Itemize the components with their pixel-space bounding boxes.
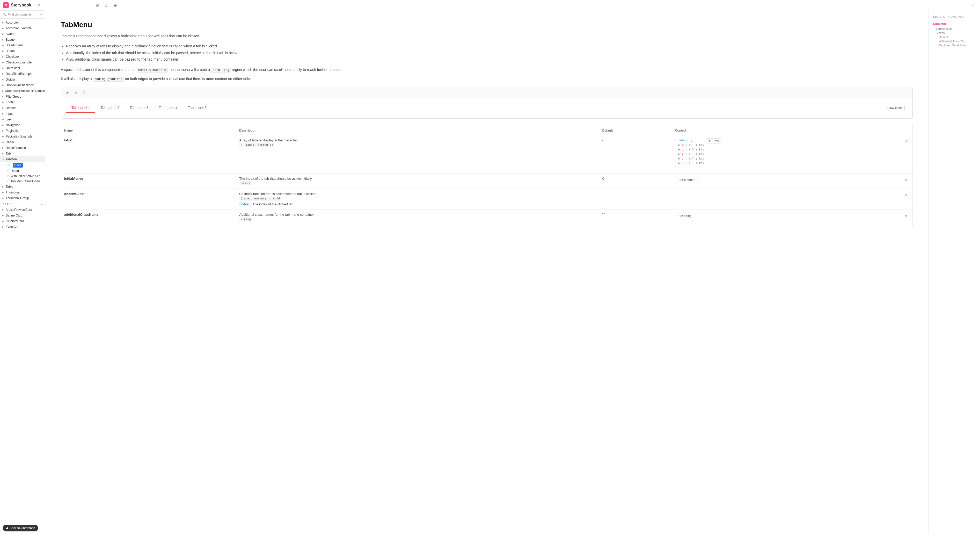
sidebar-item-thumbnail-group[interactable]: ▶ ThumbnailGroup [0,195,45,201]
toc-item-tabmenu[interactable]: TabMenu [932,21,976,27]
prop-default-tabs: - [602,138,603,142]
sidebar-item-link[interactable]: ▶ Link [0,116,45,122]
sidebar-item-divider[interactable]: ▶ Divider [0,77,45,82]
sidebar-sub-docs-label[interactable]: Docs [13,163,23,167]
prop-name-tabs: tabs* [64,138,233,142]
zoom-in-button[interactable]: ⊕ [64,89,70,96]
tab-item-1[interactable]: Tab Label 1 [66,103,95,113]
sidebar-item-tab[interactable]: ▶ Tab [0,151,45,156]
reset-button-additionalclassname[interactable]: ↺ [903,213,909,219]
sidebar-item-checkbox[interactable]: ▶ Checkbox [0,54,45,59]
toc-item-default[interactable]: Default [932,35,976,39]
toolbar-layout-btn[interactable]: ▣ [111,2,119,9]
sidebar-item-navigation[interactable]: ▶ Navigation [0,122,45,128]
sidebar-item-dateslider[interactable]: ▶ DateSlider [0,65,45,71]
props-table: Name Description Default Control [61,126,912,225]
sidebar-item-article-preview-card[interactable]: ▶ ArticlePreviewCard [0,207,45,213]
preview-content: Tab Label 1 Tab Label 2 Tab Label 3 Tab … [61,98,912,118]
doc-para-2: It will also display a fading gradient o… [61,76,913,82]
sidebar-item-tabmenu[interactable]: ▼ TabMenu [0,156,45,162]
sidebar-sub-small-view[interactable]: ◻ Tab Menu Small View [0,179,45,184]
sidebar-item-breadcrumb[interactable]: ▶ Breadcrumb [0,43,45,48]
back-to-chromatic-button[interactable]: ◀ Back to Chromatic [3,525,38,531]
show-code-button[interactable]: Show code [884,105,905,111]
index-tag: index [239,202,250,206]
sidebar-item-dateslider-example[interactable]: ▶ DateSliderExample [0,71,45,77]
code-scrolling: scrolling [211,68,231,73]
reset-button-onitemclick[interactable]: ↺ [903,192,909,198]
sidebar-item-club-info-card[interactable]: ▶ ClubInfoCard [0,218,45,224]
sidebar-sub-docs[interactable]: 📄 Docs [0,162,45,168]
sidebar-item-accordion-example[interactable]: ▶ AccordionExample [0,26,45,31]
zoom-out-button[interactable]: ⊖ [73,89,79,96]
expand-icon: ▶ [2,152,5,155]
sidebar-item-thumbnail[interactable]: ▶ Thumbnail [0,190,45,195]
prop-name-onitemclick: onItemClick* [64,192,233,196]
expand-icon: ▶ [2,95,5,98]
eye-icon: 👁 [708,139,711,142]
sidebar-item-input[interactable]: ▶ Input [0,111,45,116]
tab-item-3[interactable]: Tab Label 3 [124,103,153,113]
doc-description: Tab menu component that displays a horiz… [61,33,913,39]
story-icon: ◻ [7,170,9,172]
sidebar-item-checkbox-example[interactable]: ▶ CheckboxExample [0,59,45,65]
bullet-1: Receives an array of tabs to display and… [66,43,913,49]
bullet-3: Also, additional class names can be pass… [66,56,913,63]
sidebar-item-banner-card[interactable]: ▶ BannerCard [0,213,45,218]
prop-type-additionalclassname: string [239,217,252,222]
sidebar-item-dropdown-checkbox[interactable]: ▶ DropdownCheckbox [0,82,45,88]
sidebar-item-radio-example[interactable]: ▶ RadioExample [0,145,45,151]
toolbar-grid-btn[interactable]: ⊞ [94,2,101,9]
toolbar-grid2-btn[interactable]: ⊡ [102,2,110,9]
search-input[interactable] [8,13,38,16]
set-number-button[interactable]: Set number [675,177,698,183]
tab-item-5[interactable]: Tab Label 5 [183,103,212,113]
sidebar-sub-with-initial[interactable]: ◻ With Initial Active Set [0,174,45,179]
edit-icon[interactable]: ✏ [40,13,43,16]
toolbar-expand-btn[interactable]: ⤢ [970,2,977,9]
sidebar-item-filtergroup[interactable]: ▶ FilterGroup [0,94,45,99]
expand-icon: ▶ [2,89,4,92]
expand-icon: ▶ [2,220,5,222]
story-icon: ◻ [7,180,9,183]
required-star: * [71,138,73,142]
raw-button[interactable]: 👁 RAW [706,138,721,143]
zoom-reset-button[interactable]: ↺ [81,89,87,96]
tab-item-4[interactable]: Tab Label 4 [153,103,183,113]
sidebar-item-header[interactable]: ▶ Header [0,105,45,111]
prop-control-onitemclick: - [675,192,676,196]
expand-icon: ▶ [2,44,5,46]
sidebar: S Storybook ⚙ 🔍 ✏ ▶ Accordion ▶ Accordio… [0,0,45,534]
sidebar-item-avatar[interactable]: ▶ Avatar [0,31,45,37]
sidebar-item-accordion[interactable]: ▶ Accordion [0,20,45,26]
sidebar-sub-default[interactable]: ◻ Default [0,168,45,174]
toc-item-with-initial-active-set[interactable]: With Initial Active Set [932,39,976,43]
sidebar-item-pagination-example[interactable]: ▶ PaginationExample [0,134,45,139]
doc-content: TabMenu Tab menu component that displays… [45,10,928,534]
sidebar-item-radio[interactable]: ▶ Radio [0,139,45,145]
expand-icon: ▶ [2,21,5,24]
expand-icon: ▶ [2,61,5,64]
expand-icon: ▼ [2,158,5,161]
sidebar-item-event-card[interactable]: ▶ EventCard [0,224,45,230]
toc-item-source-code[interactable]: Source code [932,27,976,31]
sidebar-item-dropdown-checkbox-example[interactable]: ▶ DropdownCheckboxExample [0,88,45,94]
sidebar-item-table[interactable]: ▶ Table [0,184,45,190]
prop-default-additionalclassname: "" [602,213,605,217]
expand-icon: ▶ [2,38,5,41]
toc-item-stories[interactable]: Stories [932,31,976,35]
sidebar-item-button[interactable]: ▶ Button [0,48,45,54]
tab-item-2[interactable]: Tab Label 2 [95,103,124,113]
set-string-button[interactable]: Set string [675,213,695,219]
brand-logo-area: S Storybook [3,2,31,8]
reset-button-tabs[interactable]: ↺ [903,138,909,145]
settings-button[interactable]: ⚙ [36,2,42,8]
toc-item-tab-menu-small-view[interactable]: Tab Menu Small View [932,43,976,48]
doc-bullets: Receives an array of tabs to display and… [66,43,913,63]
sidebar-item-pagination[interactable]: ▶ Pagination [0,128,45,134]
preview-toolbar: ⊕ ⊖ ↺ [61,87,912,98]
sidebar-item-footer[interactable]: ▶ Footer [0,99,45,105]
prop-default-onitemclick: - [602,192,603,196]
reset-button-initialactive[interactable]: ↺ [903,177,909,183]
sidebar-item-badge[interactable]: ▶ Badge [0,37,45,43]
